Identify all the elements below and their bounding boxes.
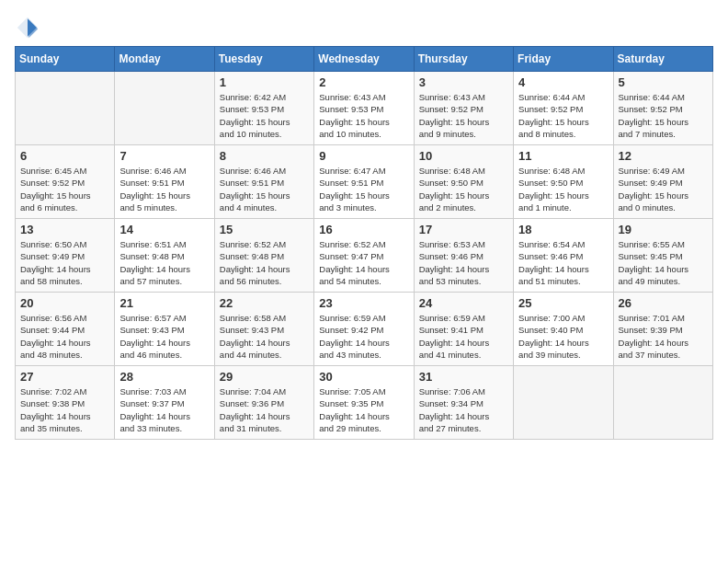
day-info: Sunrise: 6:44 AMSunset: 9:52 PMDaylight:…	[619, 91, 708, 140]
calendar-header-row: SundayMondayTuesdayWednesdayThursdayFrid…	[16, 47, 713, 72]
day-number: 26	[619, 296, 708, 310]
calendar-cell: 5Sunrise: 6:44 AMSunset: 9:52 PMDaylight…	[613, 72, 712, 145]
day-number: 25	[518, 296, 608, 310]
calendar-cell: 2Sunrise: 6:43 AMSunset: 9:53 PMDaylight…	[314, 72, 414, 145]
day-info: Sunrise: 7:01 AMSunset: 9:39 PMDaylight:…	[619, 312, 708, 361]
day-info: Sunrise: 6:52 AMSunset: 9:47 PMDaylight:…	[319, 238, 408, 287]
day-number: 15	[220, 223, 309, 236]
day-info: Sunrise: 7:02 AMSunset: 9:38 PMDaylight:…	[20, 385, 109, 434]
day-number: 5	[619, 75, 708, 89]
day-number: 20	[20, 296, 109, 310]
calendar-cell: 1Sunrise: 6:42 AMSunset: 9:53 PMDaylight…	[214, 72, 313, 145]
day-info: Sunrise: 6:56 AMSunset: 9:44 PMDaylight:…	[20, 312, 109, 361]
day-info: Sunrise: 6:47 AMSunset: 9:51 PMDaylight:…	[319, 165, 408, 213]
calendar-cell: 19Sunrise: 6:55 AMSunset: 9:45 PMDayligh…	[613, 219, 712, 293]
calendar-cell: 20Sunrise: 6:56 AMSunset: 9:44 PMDayligh…	[16, 293, 115, 366]
day-info: Sunrise: 7:06 AMSunset: 9:34 PMDaylight:…	[419, 385, 508, 434]
day-info: Sunrise: 7:05 AMSunset: 9:35 PMDaylight:…	[319, 385, 408, 434]
day-info: Sunrise: 7:03 AMSunset: 9:37 PMDaylight:…	[119, 385, 209, 434]
day-number: 17	[419, 223, 508, 236]
logo	[15, 15, 44, 40]
day-info: Sunrise: 6:50 AMSunset: 9:49 PMDaylight:…	[20, 238, 109, 287]
day-info: Sunrise: 7:04 AMSunset: 9:36 PMDaylight:…	[220, 385, 309, 434]
day-number: 2	[319, 75, 408, 89]
calendar-cell: 3Sunrise: 6:43 AMSunset: 9:52 PMDaylight…	[414, 72, 513, 145]
calendar-cell: 11Sunrise: 6:48 AMSunset: 9:50 PMDayligh…	[514, 145, 613, 219]
day-header-wednesday: Wednesday	[314, 47, 414, 72]
day-number: 19	[619, 223, 708, 236]
calendar-table: SundayMondayTuesdayWednesdayThursdayFrid…	[15, 46, 713, 440]
day-header-sunday: Sunday	[16, 47, 115, 72]
calendar-cell	[514, 366, 613, 440]
week-row-2: 6Sunrise: 6:45 AMSunset: 9:52 PMDaylight…	[16, 145, 713, 219]
calendar-cell: 7Sunrise: 6:46 AMSunset: 9:51 PMDaylight…	[115, 145, 214, 219]
calendar-cell: 27Sunrise: 7:02 AMSunset: 9:38 PMDayligh…	[16, 366, 115, 440]
calendar-cell: 25Sunrise: 7:00 AMSunset: 9:40 PMDayligh…	[514, 293, 613, 366]
day-info: Sunrise: 6:43 AMSunset: 9:53 PMDaylight:…	[319, 91, 408, 140]
calendar-cell: 31Sunrise: 7:06 AMSunset: 9:34 PMDayligh…	[414, 366, 513, 440]
calendar-cell: 9Sunrise: 6:47 AMSunset: 9:51 PMDaylight…	[314, 145, 414, 219]
day-info: Sunrise: 6:59 AMSunset: 9:42 PMDaylight:…	[319, 312, 408, 361]
day-number: 24	[419, 296, 508, 310]
day-header-tuesday: Tuesday	[214, 47, 313, 72]
calendar-cell: 22Sunrise: 6:58 AMSunset: 9:43 PMDayligh…	[214, 293, 313, 366]
week-row-5: 27Sunrise: 7:02 AMSunset: 9:38 PMDayligh…	[16, 366, 713, 440]
day-info: Sunrise: 6:45 AMSunset: 9:52 PMDaylight:…	[20, 165, 109, 213]
day-number: 10	[419, 149, 508, 163]
day-header-thursday: Thursday	[414, 47, 513, 72]
day-number: 30	[319, 370, 408, 384]
day-number: 9	[319, 149, 408, 163]
day-info: Sunrise: 6:52 AMSunset: 9:48 PMDaylight:…	[220, 238, 309, 287]
week-row-1: 1Sunrise: 6:42 AMSunset: 9:53 PMDaylight…	[16, 72, 713, 145]
calendar-cell: 14Sunrise: 6:51 AMSunset: 9:48 PMDayligh…	[115, 219, 214, 293]
calendar-cell: 12Sunrise: 6:49 AMSunset: 9:49 PMDayligh…	[613, 145, 712, 219]
day-number: 4	[518, 75, 608, 89]
day-number: 12	[619, 149, 708, 163]
calendar-cell: 4Sunrise: 6:44 AMSunset: 9:52 PMDaylight…	[514, 72, 613, 145]
day-number: 8	[220, 149, 309, 163]
day-info: Sunrise: 6:43 AMSunset: 9:52 PMDaylight:…	[419, 91, 508, 140]
calendar-cell: 28Sunrise: 7:03 AMSunset: 9:37 PMDayligh…	[115, 366, 214, 440]
calendar-cell: 6Sunrise: 6:45 AMSunset: 9:52 PMDaylight…	[16, 145, 115, 219]
week-row-3: 13Sunrise: 6:50 AMSunset: 9:49 PMDayligh…	[16, 219, 713, 293]
week-row-4: 20Sunrise: 6:56 AMSunset: 9:44 PMDayligh…	[16, 293, 713, 366]
day-number: 27	[20, 370, 109, 384]
calendar-cell	[115, 72, 214, 145]
calendar-cell: 10Sunrise: 6:48 AMSunset: 9:50 PMDayligh…	[414, 145, 513, 219]
day-info: Sunrise: 6:59 AMSunset: 9:41 PMDaylight:…	[419, 312, 508, 361]
day-info: Sunrise: 6:57 AMSunset: 9:43 PMDaylight:…	[119, 312, 209, 361]
day-info: Sunrise: 6:48 AMSunset: 9:50 PMDaylight:…	[419, 165, 508, 213]
calendar-cell: 13Sunrise: 6:50 AMSunset: 9:49 PMDayligh…	[16, 219, 115, 293]
day-number: 11	[518, 149, 608, 163]
day-number: 28	[119, 370, 209, 384]
calendar-cell: 17Sunrise: 6:53 AMSunset: 9:46 PMDayligh…	[414, 219, 513, 293]
calendar-cell: 29Sunrise: 7:04 AMSunset: 9:36 PMDayligh…	[214, 366, 313, 440]
calendar-cell	[613, 366, 712, 440]
day-header-monday: Monday	[115, 47, 214, 72]
day-info: Sunrise: 6:51 AMSunset: 9:48 PMDaylight:…	[119, 238, 209, 287]
day-info: Sunrise: 6:55 AMSunset: 9:45 PMDaylight:…	[619, 238, 708, 287]
calendar-cell: 26Sunrise: 7:01 AMSunset: 9:39 PMDayligh…	[613, 293, 712, 366]
day-header-friday: Friday	[514, 47, 613, 72]
day-number: 13	[20, 223, 109, 236]
day-number: 29	[220, 370, 309, 384]
day-number: 23	[319, 296, 408, 310]
day-number: 22	[220, 296, 309, 310]
calendar-cell: 23Sunrise: 6:59 AMSunset: 9:42 PMDayligh…	[314, 293, 414, 366]
calendar-cell: 8Sunrise: 6:46 AMSunset: 9:51 PMDaylight…	[214, 145, 313, 219]
calendar-cell: 16Sunrise: 6:52 AMSunset: 9:47 PMDayligh…	[314, 219, 414, 293]
calendar-cell	[16, 72, 115, 145]
day-number: 16	[319, 223, 408, 236]
day-number: 1	[220, 75, 309, 89]
day-number: 14	[119, 223, 209, 236]
logo-icon	[15, 15, 40, 40]
day-number: 7	[119, 149, 209, 163]
day-header-saturday: Saturday	[613, 47, 712, 72]
calendar-cell: 15Sunrise: 6:52 AMSunset: 9:48 PMDayligh…	[214, 219, 313, 293]
day-info: Sunrise: 6:54 AMSunset: 9:46 PMDaylight:…	[518, 238, 608, 287]
day-number: 18	[518, 223, 608, 236]
calendar-cell: 24Sunrise: 6:59 AMSunset: 9:41 PMDayligh…	[414, 293, 513, 366]
calendar-cell: 18Sunrise: 6:54 AMSunset: 9:46 PMDayligh…	[514, 219, 613, 293]
calendar-cell: 30Sunrise: 7:05 AMSunset: 9:35 PMDayligh…	[314, 366, 414, 440]
day-info: Sunrise: 6:49 AMSunset: 9:49 PMDaylight:…	[619, 165, 708, 213]
